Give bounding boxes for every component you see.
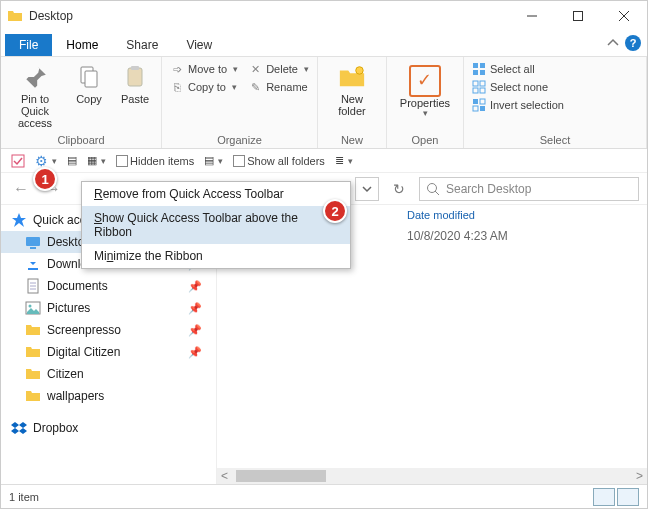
window-title: Desktop [29, 9, 73, 23]
group-title-open: Open [393, 132, 457, 148]
tab-share[interactable]: Share [112, 34, 172, 56]
qat-hidden-items[interactable]: Hidden items [114, 153, 196, 169]
invert-selection-button[interactable]: Invert selection [470, 97, 566, 113]
view-mode-buttons [593, 488, 639, 506]
folder-icon [25, 366, 41, 382]
dropbox-label: Dropbox [33, 421, 78, 435]
svg-rect-20 [480, 106, 485, 111]
svg-rect-9 [473, 63, 478, 68]
ribbon-tabs: File Home Share View ? [1, 31, 647, 57]
ribbon-group-open: ✓ Properties ▾ Open [387, 57, 464, 148]
paste-icon [121, 63, 149, 91]
copy-to-icon: ⎘ [170, 80, 184, 94]
svg-rect-11 [473, 70, 478, 75]
col-date-modified[interactable]: Date modified [407, 209, 475, 221]
pin-icon [21, 63, 49, 91]
title-bar: Desktop [1, 1, 647, 31]
chevron-down-icon: ▾ [233, 64, 238, 74]
close-button[interactable] [601, 1, 647, 31]
svg-rect-19 [473, 106, 478, 111]
svg-rect-5 [85, 71, 97, 87]
maximize-button[interactable] [555, 1, 601, 31]
paste-button[interactable]: Paste [115, 59, 155, 132]
tree-item-documents[interactable]: Documents📌 [1, 275, 216, 297]
tree-item-wallpapers[interactable]: wallpapers [1, 385, 216, 407]
tree-item-digital-citizen[interactable]: Digital Citizen📌 [1, 341, 216, 363]
delete-button[interactable]: ✕Delete▾ [246, 61, 311, 77]
ctx-label-2: imize the Ribbon [113, 249, 202, 263]
select-all-icon [472, 62, 486, 76]
tree-item-label: Citizen [47, 367, 84, 381]
tab-home[interactable]: Home [52, 34, 112, 56]
qat-item[interactable]: ≣▾ [333, 152, 355, 169]
tab-view[interactable]: View [172, 34, 226, 56]
svg-point-8 [356, 67, 363, 74]
rename-button[interactable]: ✎Rename [246, 79, 311, 95]
address-history-button[interactable] [355, 177, 379, 201]
tree-item-label: Screenpresso [47, 323, 121, 337]
copy-to-button[interactable]: ⎘Copy to▾ [168, 79, 240, 95]
back-button[interactable]: ← [9, 180, 33, 198]
ctx-remove-from-qat[interactable]: Remove from Quick Access Toolbar [82, 182, 350, 206]
rename-icon: ✎ [248, 80, 262, 94]
svg-marker-24 [12, 213, 26, 227]
pin-icon: 📌 [188, 302, 202, 315]
qat-item[interactable]: ▤ [65, 152, 79, 169]
star-icon [11, 212, 27, 228]
item-date: 10/8/2020 4:23 AM [407, 229, 508, 243]
quick-access-toolbar: ⚙▾ ▤ ▦▾ Hidden items ▤▾ Show all folders… [1, 149, 647, 173]
svg-rect-10 [480, 63, 485, 68]
tree-item-label: Pictures [47, 301, 90, 315]
new-folder-button[interactable]: New folder [324, 59, 380, 132]
pin-to-quick-access-button[interactable]: Pin to Quick access [7, 59, 63, 132]
qat-item[interactable]: ▤▾ [202, 152, 225, 169]
annotation-badge-1: 1 [33, 167, 57, 191]
qat-item[interactable]: ▦▾ [85, 152, 108, 169]
qat-show-all-folders[interactable]: Show all folders [231, 153, 327, 169]
svg-rect-25 [26, 237, 40, 246]
ribbon-group-select: Select all Select none Invert selection … [464, 57, 647, 148]
properties-icon: ✓ [409, 65, 441, 97]
tree-item-citizen[interactable]: Citizen [1, 363, 216, 385]
thumbnails-view-button[interactable] [617, 488, 639, 506]
folder-icon [25, 344, 41, 360]
ribbon-group-organize: ➩Move to▾ ⎘Copy to▾ ✕Delete▾ ✎Rename Org… [162, 57, 318, 148]
ctx-minimize-ribbon[interactable]: Minimize the Ribbon [82, 244, 350, 268]
minimize-button[interactable] [509, 1, 555, 31]
help-icon[interactable]: ? [625, 35, 641, 51]
ribbon-group-clipboard: Pin to Quick access Copy Paste Clipboard [1, 57, 162, 148]
pin-label: Pin to Quick access [7, 93, 63, 129]
move-to-button[interactable]: ➩Move to▾ [168, 61, 240, 77]
qat-item[interactable] [9, 152, 27, 170]
copy-button[interactable]: Copy [69, 59, 109, 132]
refresh-button[interactable]: ↻ [387, 181, 411, 197]
search-input[interactable]: Search Desktop [419, 177, 639, 201]
doc-icon [25, 278, 41, 294]
file-tab[interactable]: File [5, 34, 52, 56]
tree-item-pictures[interactable]: Pictures📌 [1, 297, 216, 319]
horizontal-scrollbar[interactable]: < > [217, 468, 647, 484]
svg-rect-12 [480, 70, 485, 75]
properties-button[interactable]: ✓ Properties ▾ [393, 59, 457, 132]
select-all-button[interactable]: Select all [470, 61, 566, 77]
ctx-show-qat-above-ribbon[interactable]: Show Quick Access Toolbar above the Ribb… [82, 206, 350, 244]
collapse-ribbon-icon[interactable] [607, 37, 619, 49]
svg-rect-26 [30, 247, 36, 249]
details-view-button[interactable] [593, 488, 615, 506]
scrollbar-thumb[interactable] [236, 470, 326, 482]
window-controls [509, 1, 647, 31]
ribbon: Pin to Quick access Copy Paste Clipboard… [1, 57, 647, 149]
delete-icon: ✕ [248, 62, 262, 76]
group-title-select: Select [470, 132, 640, 148]
svg-line-23 [435, 191, 439, 195]
tree-item-label: wallpapers [47, 389, 104, 403]
move-icon: ➩ [170, 62, 184, 76]
ctx-label-1: how Quick Access Toolbar above the Ribbo… [94, 211, 298, 239]
dropbox-root[interactable]: Dropbox [1, 417, 216, 439]
svg-rect-21 [12, 155, 24, 167]
dropbox-icon [11, 420, 27, 436]
new-folder-label: New folder [338, 93, 366, 117]
select-none-button[interactable]: Select none [470, 79, 566, 95]
tree-item-screenpresso[interactable]: Screenpresso📌 [1, 319, 216, 341]
group-title-organize: Organize [168, 132, 311, 148]
